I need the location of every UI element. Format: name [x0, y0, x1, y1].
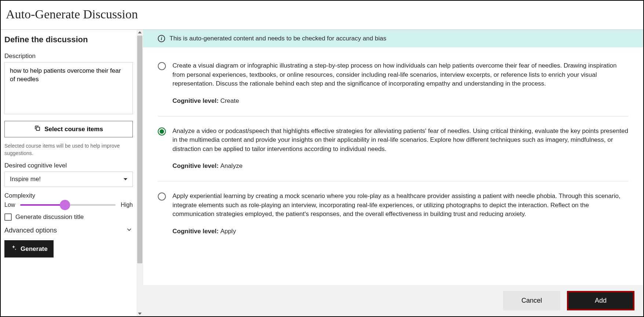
complexity-low-label: Low	[4, 202, 15, 208]
header: Auto-Generate Discussion	[1, 1, 643, 30]
info-banner-text: This is auto-generated content and needs…	[170, 35, 386, 42]
option-text: Create a visual diagram or infographic i…	[172, 61, 629, 89]
scroll-down-icon[interactable]	[137, 311, 143, 316]
cognitive-level-prefix: Cognitive level:	[172, 162, 220, 169]
generate-button[interactable]: Generate	[4, 240, 54, 257]
description-label: Description	[4, 53, 133, 60]
option-body: Analyze a video or podcast/speech that h…	[172, 127, 629, 171]
cognitive-label: Desired cognitive level	[4, 162, 133, 169]
app-frame: Auto-Generate Discussion Define the disc…	[0, 0, 644, 317]
cognitive-level-value: Analyze	[220, 162, 242, 169]
add-button[interactable]: Add	[568, 292, 633, 309]
advanced-options-toggle[interactable]: Advanced options	[4, 226, 133, 235]
complexity-high-label: High	[121, 202, 133, 208]
slider-fill	[20, 204, 65, 206]
complexity-slider[interactable]	[20, 204, 116, 206]
option-row[interactable]: Create a visual diagram or infographic i…	[158, 51, 629, 116]
course-items-icon	[34, 125, 41, 133]
select-course-items-label: Select course items	[44, 126, 103, 133]
generate-title-label: Generate discussion title	[15, 213, 84, 221]
cognitive-level-value: Apply	[220, 228, 236, 235]
footer-bar: Cancel Add	[143, 285, 643, 316]
info-icon: i	[158, 35, 165, 42]
cancel-button[interactable]: Cancel	[503, 291, 560, 310]
option-row[interactable]: Apply experiential learning by creating …	[158, 181, 629, 246]
scroll-up-icon[interactable]	[137, 30, 143, 35]
complexity-section: Complexity Low High	[4, 192, 133, 208]
cognitive-level-prefix: Cognitive level:	[172, 228, 220, 235]
left-panel: Define the discussion Description Select…	[1, 30, 137, 316]
svg-rect-0	[36, 127, 40, 130]
caret-down-icon	[124, 178, 127, 180]
right-panel: i This is auto-generated content and nee…	[143, 30, 643, 316]
body-row: Define the discussion Description Select…	[1, 30, 643, 316]
define-heading: Define the discussion	[4, 35, 133, 44]
page-title: Auto-Generate Discussion	[6, 7, 638, 21]
option-radio[interactable]	[158, 192, 166, 201]
description-input[interactable]	[4, 62, 133, 114]
option-row[interactable]: Analyze a video or podcast/speech that h…	[158, 116, 629, 182]
cognitive-level-line: Cognitive level: Apply	[172, 227, 629, 236]
cognitive-level-line: Cognitive level: Analyze	[172, 162, 629, 171]
cognitive-select[interactable]: Inspire me!	[4, 172, 133, 187]
complexity-label: Complexity	[4, 192, 133, 199]
info-banner: i This is auto-generated content and nee…	[143, 30, 643, 47]
option-radio[interactable]	[158, 62, 166, 70]
left-scrollbar[interactable]	[137, 30, 143, 316]
generate-title-checkbox[interactable]	[4, 213, 12, 221]
cognitive-value: Inspire me!	[10, 176, 41, 183]
option-text: Apply experiential learning by creating …	[172, 192, 629, 219]
generate-title-checkbox-row[interactable]: Generate discussion title	[4, 213, 133, 221]
cognitive-section: Desired cognitive level Inspire me!	[4, 162, 133, 187]
options-area: Create a visual diagram or infographic i…	[143, 47, 643, 285]
cognitive-level-value: Create	[220, 97, 239, 104]
advanced-options-label: Advanced options	[4, 227, 57, 234]
select-course-items-button[interactable]: Select course items	[4, 121, 133, 137]
sparkle-icon	[10, 245, 17, 253]
helper-text: Selected course items will be used to he…	[4, 143, 133, 157]
generate-button-label: Generate	[21, 245, 48, 253]
cognitive-level-prefix: Cognitive level:	[172, 97, 220, 104]
slider-thumb[interactable]	[60, 200, 70, 210]
description-section: Description	[4, 53, 133, 116]
complexity-row: Low High	[4, 202, 133, 208]
option-body: Create a visual diagram or infographic i…	[172, 61, 629, 106]
add-button-highlight: Add	[567, 291, 634, 310]
option-body: Apply experiential learning by creating …	[172, 192, 629, 236]
cognitive-level-line: Cognitive level: Create	[172, 97, 629, 106]
option-text: Analyze a video or podcast/speech that h…	[172, 127, 629, 154]
scroll-thumb[interactable]	[137, 36, 142, 263]
option-radio[interactable]	[158, 127, 166, 136]
chevron-down-icon	[125, 226, 133, 235]
